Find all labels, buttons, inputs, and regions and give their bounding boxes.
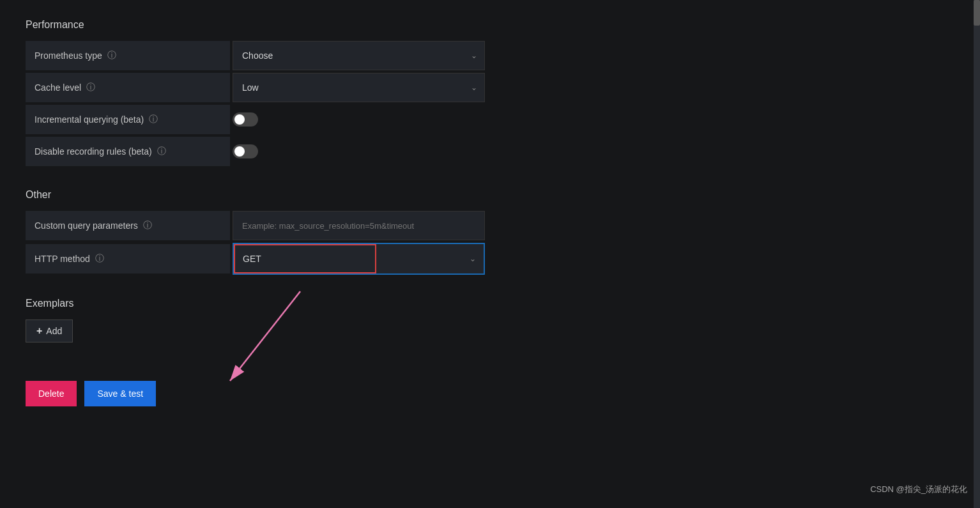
cache-level-row: Cache level ⓘ Low Medium High ⌄ bbox=[26, 73, 486, 102]
incremental-querying-slider bbox=[233, 112, 258, 127]
disable-recording-rules-label: Disable recording rules (beta) bbox=[34, 146, 152, 157]
prometheus-type-label: Prometheus type bbox=[34, 50, 102, 61]
custom-query-params-info-icon[interactable]: ⓘ bbox=[143, 220, 152, 231]
disable-recording-rules-control bbox=[233, 144, 486, 158]
cache-level-label: Cache level bbox=[34, 82, 81, 93]
custom-query-params-control bbox=[233, 211, 486, 240]
cache-level-select-wrapper: Low Medium High ⌄ bbox=[233, 73, 485, 102]
incremental-querying-control bbox=[233, 112, 486, 127]
performance-section: Performance Prometheus type ⓘ Choose Pro… bbox=[26, 19, 486, 166]
disable-recording-rules-toggle-wrapper bbox=[233, 144, 486, 158]
cache-level-label-group: Cache level ⓘ bbox=[26, 73, 230, 102]
prometheus-type-select-wrapper: Choose Prometheus Cortex Thanos Mimir ⌄ bbox=[233, 41, 485, 70]
incremental-querying-toggle[interactable] bbox=[233, 112, 258, 127]
exemplars-title: Exemplars bbox=[26, 298, 486, 309]
save-test-button[interactable]: Save & test bbox=[84, 381, 156, 406]
http-method-label-group: HTTP method ⓘ bbox=[26, 244, 230, 273]
custom-query-params-label: Custom query parameters bbox=[34, 220, 138, 231]
other-section: Other Custom query parameters ⓘ HTTP met… bbox=[26, 189, 486, 275]
prometheus-type-info-icon[interactable]: ⓘ bbox=[107, 50, 116, 61]
http-method-label: HTTP method bbox=[34, 254, 90, 264]
scrollbar-track bbox=[974, 0, 980, 508]
scrollbar-thumb[interactable] bbox=[974, 0, 980, 26]
custom-query-params-row: Custom query parameters ⓘ bbox=[26, 211, 486, 240]
performance-title: Performance bbox=[26, 19, 486, 31]
http-method-info-icon[interactable]: ⓘ bbox=[95, 253, 104, 265]
cache-level-control: Low Medium High ⌄ bbox=[233, 73, 486, 102]
incremental-querying-row: Incremental querying (beta) ⓘ bbox=[26, 105, 486, 134]
prometheus-type-control: Choose Prometheus Cortex Thanos Mimir ⌄ bbox=[233, 41, 486, 70]
delete-button[interactable]: Delete bbox=[26, 381, 77, 406]
http-method-control: GET POST ⌄ bbox=[233, 243, 486, 275]
cache-level-info-icon[interactable]: ⓘ bbox=[86, 82, 95, 93]
incremental-querying-label-group: Incremental querying (beta) ⓘ bbox=[26, 105, 230, 134]
prometheus-type-select[interactable]: Choose Prometheus Cortex Thanos Mimir bbox=[233, 41, 485, 70]
disable-recording-rules-label-group: Disable recording rules (beta) ⓘ bbox=[26, 137, 230, 166]
disable-recording-rules-row: Disable recording rules (beta) ⓘ bbox=[26, 137, 486, 166]
prometheus-type-label-group: Prometheus type ⓘ bbox=[26, 41, 230, 70]
incremental-querying-toggle-wrapper bbox=[233, 112, 486, 127]
other-title: Other bbox=[26, 189, 486, 201]
add-exemplar-button[interactable]: + Add bbox=[26, 319, 73, 343]
http-method-select-wrapper: GET POST ⌄ bbox=[233, 243, 485, 275]
bottom-actions: Delete Save & test bbox=[26, 381, 486, 406]
custom-query-params-input[interactable] bbox=[233, 211, 485, 240]
custom-query-params-label-group: Custom query parameters ⓘ bbox=[26, 211, 230, 240]
csdn-watermark: CSDN @指尖_汤派的花化 bbox=[870, 484, 967, 495]
disable-recording-rules-slider bbox=[233, 144, 258, 158]
http-method-select[interactable]: GET POST bbox=[234, 244, 484, 273]
disable-recording-rules-toggle[interactable] bbox=[233, 144, 258, 158]
incremental-querying-label: Incremental querying (beta) bbox=[34, 114, 144, 125]
add-button-label: Add bbox=[46, 326, 62, 336]
exemplars-section: Exemplars + Add bbox=[26, 298, 486, 343]
csdn-text: CSDN @指尖_汤派的花化 bbox=[870, 484, 967, 495]
prometheus-type-row: Prometheus type ⓘ Choose Prometheus Cort… bbox=[26, 41, 486, 70]
incremental-querying-info-icon[interactable]: ⓘ bbox=[149, 114, 158, 125]
plus-icon: + bbox=[36, 325, 42, 337]
disable-recording-rules-info-icon[interactable]: ⓘ bbox=[157, 146, 166, 157]
cache-level-select[interactable]: Low Medium High bbox=[233, 73, 485, 102]
http-method-row: HTTP method ⓘ GET POST ⌄ bbox=[26, 243, 486, 275]
